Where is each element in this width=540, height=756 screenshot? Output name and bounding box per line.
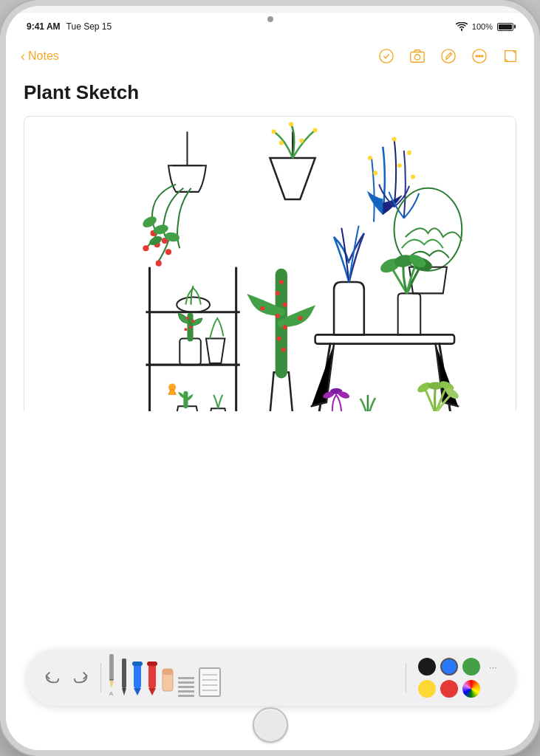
pencil-tool[interactable]: A: [107, 653, 116, 697]
wifi-icon: [456, 22, 468, 31]
chevron-left-icon: ‹: [21, 49, 25, 64]
drawing-toolbar: A: [27, 650, 514, 706]
more-colors-button[interactable]: ···: [485, 658, 502, 676]
texture-tool[interactable]: [178, 653, 194, 697]
svg-rect-69: [109, 654, 114, 681]
svg-marker-78: [148, 688, 156, 695]
svg-point-32: [411, 174, 415, 179]
redo-button[interactable]: [68, 664, 95, 691]
svg-point-42: [192, 320, 195, 323]
home-button[interactable]: [253, 707, 288, 743]
svg-point-54: [298, 316, 302, 320]
svg-point-27: [368, 156, 372, 160]
svg-rect-81: [163, 669, 173, 675]
svg-point-13: [143, 245, 148, 251]
svg-point-26: [299, 139, 304, 143]
status-time: 9:41 AM: [27, 21, 61, 32]
svg-point-43: [188, 326, 191, 329]
svg-rect-79: [147, 662, 157, 666]
color-blue[interactable]: [440, 658, 458, 676]
note-content: Plant Sketch: [6, 72, 534, 411]
svg-point-23: [289, 122, 293, 126]
svg-point-16: [156, 261, 162, 267]
svg-point-30: [373, 171, 377, 175]
svg-point-41: [185, 317, 188, 320]
svg-point-28: [392, 137, 397, 142]
svg-point-29: [407, 151, 411, 155]
pencil-label: A: [109, 690, 113, 697]
ruler-tool[interactable]: [199, 653, 221, 697]
svg-point-0: [380, 49, 393, 63]
note-title: Plant Sketch: [24, 72, 516, 116]
sketch-canvas[interactable]: Bella 2019: [24, 116, 516, 411]
svg-point-22: [272, 129, 276, 134]
svg-point-3: [442, 49, 455, 63]
svg-rect-1: [411, 52, 424, 63]
ipad-device: 9:41 AM Tue Sep 15 100% ‹ Notes: [0, 0, 540, 756]
svg-point-48: [283, 303, 287, 307]
nav-bar: ‹ Notes: [6, 40, 534, 72]
svg-point-51: [277, 336, 281, 340]
svg-point-44: [184, 328, 187, 331]
separator-1: [100, 663, 101, 693]
status-date: Tue Sep 15: [66, 21, 112, 32]
svg-point-47: [276, 291, 280, 295]
tools-group: A: [107, 656, 400, 700]
color-yellow[interactable]: [418, 680, 436, 698]
svg-marker-73: [122, 688, 126, 695]
svg-point-52: [281, 348, 286, 352]
done-button[interactable]: [377, 47, 395, 65]
marker-blue-tool[interactable]: [132, 653, 143, 697]
svg-point-24: [313, 128, 318, 132]
battery-percent: 100%: [472, 22, 493, 31]
svg-point-53: [260, 306, 264, 311]
color-red[interactable]: [440, 680, 458, 698]
nav-actions: [377, 47, 519, 65]
svg-point-46: [279, 280, 284, 284]
eraser-tool[interactable]: [162, 653, 174, 697]
svg-marker-70: [109, 681, 114, 688]
svg-point-25: [279, 141, 284, 145]
back-button[interactable]: ‹ Notes: [21, 49, 59, 64]
svg-point-5: [476, 55, 477, 57]
svg-point-50: [283, 325, 287, 329]
camera-button[interactable]: [409, 47, 426, 65]
marker-red-tool[interactable]: [147, 653, 157, 697]
svg-point-49: [276, 314, 280, 318]
svg-point-15: [165, 249, 171, 255]
color-palette: ···: [418, 658, 502, 698]
color-black[interactable]: [418, 658, 436, 676]
undo-button[interactable]: [38, 664, 65, 691]
more-button[interactable]: [471, 47, 488, 65]
svg-rect-72: [122, 659, 126, 688]
svg-rect-76: [132, 662, 143, 666]
svg-marker-75: [134, 688, 141, 695]
markup-button[interactable]: [440, 47, 457, 65]
svg-point-31: [397, 163, 402, 168]
svg-point-2: [414, 55, 420, 60]
svg-point-7: [482, 55, 483, 57]
battery-icon: [497, 23, 513, 31]
compose-button[interactable]: [502, 47, 519, 65]
color-green[interactable]: [462, 658, 480, 676]
color-rainbow[interactable]: [462, 680, 480, 698]
svg-point-6: [479, 55, 480, 57]
back-label: Notes: [28, 49, 59, 63]
pen-tool[interactable]: [120, 653, 128, 697]
separator-2: [406, 663, 406, 693]
camera-dot: [267, 16, 273, 22]
